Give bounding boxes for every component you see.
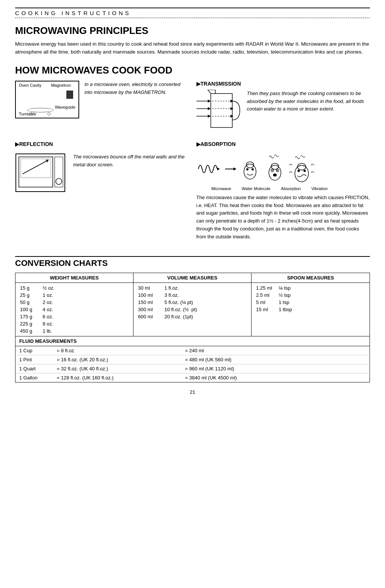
table-row: 100 g4 oz. (20, 306, 129, 313)
conversion-title: CONVERSION CHARTS (15, 256, 370, 268)
label-vibration: Vibration (311, 186, 328, 191)
reflection-title: ▶REFLECTION (15, 141, 189, 147)
label-absorption: Absorption (281, 186, 301, 191)
volume-header: VOLUME MEASURES (133, 273, 251, 283)
table-row: 300 ml10 fl.oz. (½ pt) (138, 306, 247, 313)
microwaving-text: Microwave energy has been used in this c… (15, 40, 370, 56)
transmission-text: Then they pass through the cooking conta… (247, 90, 370, 113)
vibration-molecule-icon (288, 154, 315, 184)
table-row: 150 ml5 fl.oz. (¼ pt) (138, 299, 247, 306)
conversion-section: CONVERSION CHARTS WEIGHT MEASURES 15 g½ … (15, 256, 370, 382)
absorption-title: ▶ABSORPTION (196, 141, 370, 147)
oven-diagram: Oven Cavity Magnetron Waveguide Turntabl… (15, 81, 189, 118)
svg-marker-20 (217, 167, 220, 170)
svg-point-37 (276, 165, 277, 166)
table-row: 2.5 ml½ tsp (256, 292, 365, 299)
turntable-plate (27, 108, 54, 112)
table-row: 100 ml3 fl.oz. (138, 292, 247, 299)
reflection-text: The microwaves bounce off the metal wall… (73, 153, 189, 169)
svg-point-34 (273, 173, 277, 177)
absorption-labels: Microwave Water Molecule Absorption Vibr… (196, 186, 370, 191)
svg-rect-14 (21, 159, 51, 178)
svg-point-33 (277, 170, 278, 171)
absorption-molecule-icon (264, 154, 286, 184)
svg-marker-5 (208, 115, 211, 118)
svg-point-39 (298, 170, 300, 172)
weight-header: WEIGHT MEASURES (15, 273, 133, 283)
svg-point-38 (295, 165, 308, 182)
microwaving-title: MICROWAVING PRINCIPLES (15, 25, 370, 37)
page-number: 21 (15, 389, 370, 395)
table-row: 50 g2 oz. (20, 299, 129, 306)
svg-point-36 (273, 165, 274, 166)
volume-measures-col: VOLUME MEASURES 30 ml1 fl.oz. 100 ml3 fl… (133, 273, 252, 336)
svg-marker-1 (208, 100, 211, 103)
water-molecule-icon (239, 156, 261, 182)
transmission-title: ▶TRANSMISSION (196, 81, 370, 87)
fluid-table: FLUID MEASUREMENTS 1 Cup = 8 fl.oz = 240… (15, 336, 370, 382)
svg-marker-16 (46, 158, 49, 162)
microwaving-section: MICROWAVING PRINCIPLES Microwave energy … (15, 25, 370, 56)
fluid-header: FLUID MEASUREMENTS (15, 336, 370, 346)
svg-point-27 (248, 163, 249, 164)
table-row: 600 ml20 fl.oz. (1pt) (138, 313, 247, 320)
weight-body: 15 g½ oz. 25 g1 oz. 50 g2 oz. 100 g4 oz.… (15, 283, 133, 336)
absorption-text: The microwaves cause the water molecules… (196, 194, 370, 241)
table-row: 1 Gallon = 128 fl.oz. (UK 160 fl.oz.) = … (15, 373, 370, 382)
svg-point-19 (56, 178, 62, 184)
microwave-wave-icon (196, 158, 223, 180)
magnetron-block (66, 91, 73, 99)
svg-point-43 (303, 165, 304, 166)
table-row: 15 ml1 tbsp (256, 306, 365, 313)
how-title: HOW MICROWAVES COOK FOOD (15, 64, 370, 76)
cavity-label: Oven Cavity (19, 83, 41, 88)
svg-rect-12 (16, 154, 65, 192)
how-section: HOW MICROWAVES COOK FOOD Oven Cavity Mag… (15, 64, 370, 241)
header-title: COOKING INSTRUCTIONS (15, 10, 370, 16)
charts-grid: WEIGHT MEASURES 15 g½ oz. 25 g1 oz. 50 g… (15, 273, 370, 336)
oven-area: Oven Cavity Magnetron Waveguide Turntabl… (15, 81, 189, 135)
svg-point-24 (246, 168, 248, 170)
svg-point-29 (269, 165, 281, 180)
turntable-foot-left (29, 112, 32, 115)
waveguide-label: Waveguide (55, 105, 75, 109)
svg-marker-9 (230, 107, 233, 110)
svg-marker-7 (230, 100, 233, 103)
transmission-jug-icon (196, 90, 242, 131)
absorption-area: ▶ABSORPTION (196, 141, 370, 241)
turntable-foot-right (48, 112, 51, 115)
table-row: 225 g8 oz. (20, 320, 129, 327)
reflection-microwave-icon (15, 153, 68, 195)
table-row: 25 g1 oz. (20, 292, 129, 299)
svg-point-35 (271, 163, 279, 169)
table-row: 30 ml1 fl.oz. (138, 284, 247, 292)
magnetron-label: Magnetron (51, 83, 71, 88)
svg-point-25 (252, 168, 254, 170)
bottom-how-grid: ▶REFLECTION The (15, 141, 370, 241)
svg-point-23 (244, 164, 256, 179)
page-header: COOKING INSTRUCTIONS (15, 8, 370, 18)
svg-point-28 (251, 163, 252, 164)
table-row: 1 Quart = 32 fl.oz. (UK 40 fl.oz.) = 960… (15, 364, 370, 373)
how-grid: Oven Cavity Magnetron Waveguide Turntabl… (15, 81, 370, 135)
svg-marker-11 (230, 115, 233, 118)
spoon-measures-col: SPOON MEASURES 1.25 ml¼ tsp 2.5 ml½ tsp … (252, 273, 370, 336)
svg-point-42 (299, 165, 300, 166)
table-row: 15 g½ oz. (20, 284, 129, 292)
table-row: 1 Cup = 8 fl.oz = 240 ml (15, 346, 370, 355)
reflection-area: ▶REFLECTION The (15, 141, 189, 241)
absorption-diagram (196, 154, 370, 184)
table-row: 450 g1 lb. (20, 327, 129, 335)
spoon-header: SPOON MEASURES (252, 273, 370, 283)
svg-point-31 (271, 170, 273, 171)
turntable-label: Turntable (19, 112, 36, 116)
transmission-content: Then they pass through the cooking conta… (196, 90, 370, 131)
arrow-icon (225, 163, 236, 175)
svg-point-40 (304, 170, 306, 172)
table-row: 175 g6 oz. (20, 313, 129, 320)
oven-box: Oven Cavity Magnetron Waveguide Turntabl… (15, 81, 79, 118)
table-row: 1.25 ml¼ tsp (256, 284, 365, 292)
reflection-content: The microwaves bounce off the metal wall… (15, 153, 189, 195)
transmission-area: ▶TRANSMISSION (196, 81, 370, 135)
svg-marker-3 (208, 107, 211, 110)
